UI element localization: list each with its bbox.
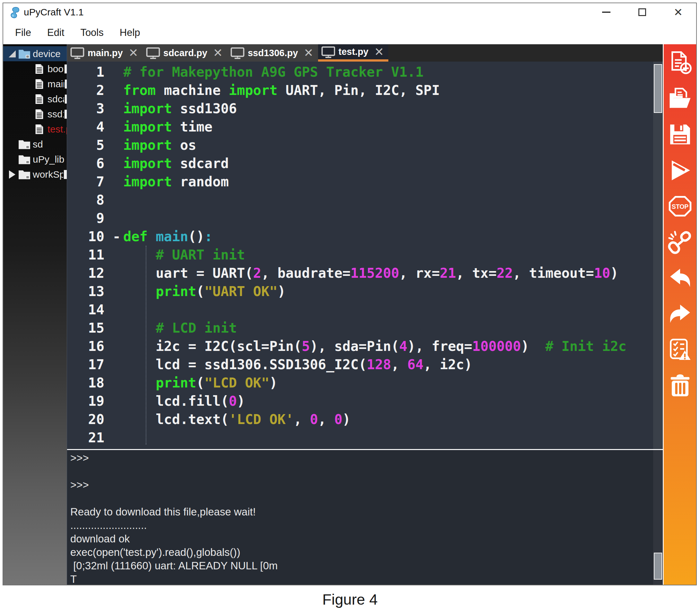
line-number: 5: [67, 136, 109, 154]
svg-text:STOP: STOP: [671, 203, 688, 210]
syntax-check-button[interactable]: [667, 337, 694, 373]
tab-close-icon[interactable]: ✕: [213, 47, 223, 59]
undo-button[interactable]: [667, 266, 694, 302]
line-number: 14: [67, 301, 109, 319]
tree-item-label: sdcar: [48, 94, 64, 105]
tree-item-label: uPy_lib: [33, 154, 64, 165]
fold-column: [109, 99, 123, 118]
line-number: 17: [67, 356, 109, 374]
code-text: [123, 429, 663, 447]
line-number: 3: [67, 99, 109, 118]
save-button[interactable]: [667, 122, 694, 158]
connect-button[interactable]: [667, 230, 694, 266]
code-text: lcd = ssd1306.SSD1306_I2C(128, 64, i2c): [123, 356, 663, 374]
line-number: 21: [67, 429, 109, 447]
code-text: lcd.text('LCD OK', 0, 0): [123, 410, 663, 429]
code-text: import random: [123, 172, 663, 191]
code-line-7: 7import random: [67, 172, 663, 191]
stop-icon: STOP: [668, 194, 692, 220]
tab-ssd1306-py[interactable]: ssd1306.py✕: [227, 44, 318, 61]
console-prompt: >>>: [70, 478, 663, 492]
tree-item-ssd1[interactable]: ssd1: [3, 107, 67, 122]
minimize-button[interactable]: [588, 3, 624, 21]
fold-column: [109, 282, 123, 301]
maximize-button[interactable]: [624, 3, 660, 21]
line-number: 8: [67, 191, 109, 209]
tab-close-icon[interactable]: ✕: [129, 47, 138, 59]
collapsed-arrow-icon[interactable]: [6, 170, 18, 179]
clear-button[interactable]: [667, 373, 694, 409]
tab-bar: main.py✕sdcard.py✕ssd1306.py✕test.py✕: [67, 44, 663, 61]
fold-marker[interactable]: -: [109, 227, 123, 246]
tree-item-upy-lib[interactable]: uPy_lib: [3, 152, 67, 167]
fold-column: [109, 410, 123, 429]
console-panel[interactable]: >>>>>>Ready to download this file,please…: [67, 450, 663, 585]
console-line-3: [70, 492, 663, 505]
code-text: from machine import UART, Pin, I2C, SPI: [123, 81, 663, 99]
fold-column: [109, 191, 123, 209]
menu-tools[interactable]: Tools: [72, 27, 111, 39]
line-number: 7: [67, 172, 109, 191]
tab-label: main.py: [88, 48, 123, 58]
code-line-19: 19 lcd.fill(0): [67, 392, 663, 410]
close-button[interactable]: ✕: [660, 3, 696, 21]
fold-column: [109, 246, 123, 264]
download-run-button[interactable]: [667, 158, 694, 194]
clear-icon: [668, 373, 692, 400]
tab-label: test.py: [339, 46, 368, 57]
line-number: 2: [67, 81, 109, 99]
line-number: 18: [67, 374, 109, 392]
monitor-icon: [70, 47, 84, 59]
menu-file[interactable]: File: [7, 27, 39, 39]
minimize-icon: [602, 12, 610, 13]
upycraft-window: uPyCraft V1.1 ✕ FileEditToolsHelp device…: [3, 3, 697, 585]
figure-caption: Figure 4: [0, 586, 700, 612]
connect-icon: [668, 230, 692, 256]
console-line-7: exec(open('test.py').read(),globals()): [70, 546, 663, 559]
code-text: import os: [123, 136, 663, 154]
redo-button[interactable]: [667, 302, 694, 337]
tab-close-icon[interactable]: ✕: [374, 46, 384, 58]
code-text: # for Makepython A9G GPS Tracker V1.1: [123, 63, 663, 81]
code-line-16: 16 i2c = I2C(scl=Pin(5), sda=Pin(4), fre…: [67, 337, 663, 356]
fold-column: [109, 63, 123, 81]
line-number: 16: [67, 337, 109, 356]
tab-test-py[interactable]: test.py✕: [318, 44, 389, 61]
code-line-20: 20 lcd.text('LCD OK', 0, 0): [67, 410, 663, 429]
tab-sdcard-py[interactable]: sdcard.py✕: [143, 44, 227, 61]
save-icon: [668, 122, 692, 148]
tab-close-icon[interactable]: ✕: [304, 47, 313, 59]
open-file-button[interactable]: [667, 86, 694, 122]
tab-main-py[interactable]: main.py✕: [67, 44, 143, 61]
expanded-arrow-icon[interactable]: [6, 50, 18, 57]
close-icon: ✕: [674, 7, 683, 18]
monitor-icon: [321, 46, 335, 58]
code-line-2: 2from machine import UART, Pin, I2C, SPI: [67, 81, 663, 99]
maximize-icon: [638, 8, 646, 16]
tree-item-device[interactable]: device: [3, 46, 67, 61]
tree-item-worksp[interactable]: workSp: [3, 167, 67, 182]
editor-scrollbar-thumb[interactable]: [654, 64, 662, 113]
tree-item-test-py[interactable]: test.py: [3, 122, 67, 137]
tree-item-label: workSp: [33, 169, 63, 180]
menu-help[interactable]: Help: [112, 27, 148, 39]
fold-column: [109, 209, 123, 227]
line-number: 6: [67, 154, 109, 172]
code-editor[interactable]: 1# for Makepython A9G GPS Tracker V1.12f…: [67, 61, 663, 449]
tree-item-boot-[interactable]: boot.: [3, 61, 67, 76]
console-line-5: ..........................: [70, 519, 663, 532]
tree-item-sdcar[interactable]: sdcar: [3, 92, 67, 107]
code-text: # LCD init: [123, 319, 663, 337]
folder-icon: [18, 154, 33, 165]
tab-label: ssd1306.py: [248, 48, 298, 58]
tree-item-sd[interactable]: sd: [3, 137, 67, 152]
editor-scrollbar[interactable]: [653, 61, 663, 449]
console-scrollbar-thumb[interactable]: [654, 553, 662, 580]
tree-item-label: test.py: [48, 124, 67, 135]
tree-item-main-[interactable]: main.: [3, 76, 67, 92]
fold-column: [109, 319, 123, 337]
stop-button[interactable]: STOP: [667, 194, 694, 230]
console-scrollbar[interactable]: [653, 450, 663, 585]
menu-edit[interactable]: Edit: [39, 27, 72, 39]
new-file-button[interactable]: [667, 50, 694, 86]
